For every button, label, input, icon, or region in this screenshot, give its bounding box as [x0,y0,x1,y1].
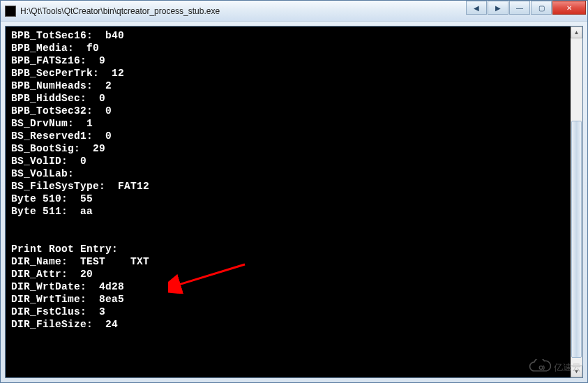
triangle-right-icon: ▶ [495,4,501,12]
scroll-left-button[interactable]: ◀ [466,1,487,15]
app-window: H:\Qt\Tools\QtCreator\bin\qtcreator_proc… [0,0,588,383]
titlebar[interactable]: H:\Qt\Tools\QtCreator\bin\qtcreator_proc… [1,1,587,22]
console-output: BPB_TotSec16: b40 BPB_Media: f0 BPB_FATS… [6,27,582,333]
close-icon: ✕ [566,4,572,12]
cloud-icon [529,359,551,376]
watermark-text: 亿速云 [554,361,581,374]
console-area: BPB_TotSec16: b40 BPB_Media: f0 BPB_FATS… [5,26,583,378]
triangle-up-icon: ▲ [574,29,580,36]
app-icon [5,6,16,17]
scroll-right-button[interactable]: ▶ [488,1,508,15]
scroll-thumb[interactable] [571,121,582,358]
scroll-up-button[interactable]: ▲ [571,27,582,38]
minimize-icon: — [516,4,523,12]
close-button[interactable]: ✕ [552,1,586,15]
vertical-scrollbar[interactable]: ▲ ▼ [571,27,582,377]
maximize-button[interactable]: ▢ [531,1,552,15]
maximize-icon: ▢ [538,4,545,12]
minimize-button[interactable]: — [509,1,530,15]
window-controls: ◀ ▶ — ▢ ✕ [466,1,587,21]
svg-point-2 [539,366,543,370]
triangle-left-icon: ◀ [474,4,479,12]
scroll-track[interactable] [571,38,582,366]
watermark: 亿速云 [529,359,581,376]
window-title: H:\Qt\Tools\QtCreator\bin\qtcreator_proc… [20,6,466,16]
